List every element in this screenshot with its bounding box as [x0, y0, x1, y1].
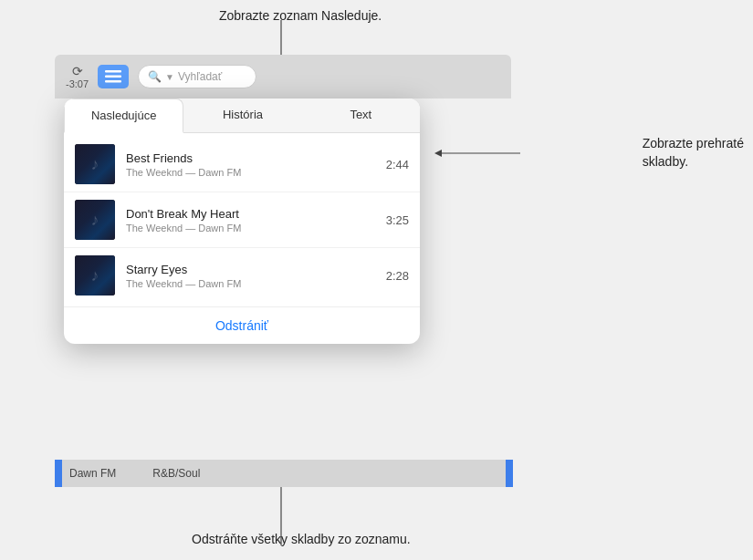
time-display: ⟳ -3:07	[66, 64, 89, 89]
accent-bar-left	[55, 460, 62, 487]
track-thumbnail	[75, 144, 115, 184]
track-title: Best Friends	[126, 151, 375, 165]
track-subtitle: The Weeknd — Dawn FM	[126, 278, 375, 289]
track-thumbnail	[75, 255, 115, 296]
accent-bar-right	[506, 460, 513, 487]
track-duration: 2:28	[386, 269, 409, 283]
track-info: Starry Eyes The Weeknd — Dawn FM	[126, 263, 375, 289]
track-item[interactable]: Best Friends The Weeknd — Dawn FM 2:44	[64, 137, 420, 192]
remove-button[interactable]: Odstrániť	[64, 306, 420, 344]
popup-panel: Nasledujúce História Text Best Friends T…	[64, 99, 420, 344]
track-subtitle: The Weeknd — Dawn FM	[126, 167, 375, 178]
svg-rect-7	[105, 76, 121, 78]
time-value: -3:07	[66, 78, 89, 89]
track-list: Best Friends The Weeknd — Dawn FM 2:44 D…	[64, 133, 420, 306]
svg-rect-6	[105, 70, 121, 73]
track-info: Don't Break My Heart The Weeknd — Dawn F…	[126, 207, 375, 233]
queue-icon	[105, 70, 121, 83]
track-thumbnail	[75, 200, 115, 240]
svg-rect-8	[105, 80, 121, 83]
toolbar: ⟳ -3:07 🔍 ▼ Vyhľadať	[55, 55, 511, 99]
track-title: Don't Break My Heart	[126, 207, 375, 221]
track-duration: 2:44	[386, 158, 409, 171]
tab-historia[interactable]: História	[183, 99, 301, 132]
track-item[interactable]: Starry Eyes The Weeknd — Dawn FM 2:28	[64, 248, 420, 303]
annotation-bottom: Odstráňte všetky skladby zo zoznamu.	[192, 531, 411, 549]
track-title: Starry Eyes	[126, 263, 375, 276]
search-placeholder: Vyhľadať	[178, 70, 222, 83]
bottom-bar: Dawn FM R&B/Soul	[55, 460, 511, 487]
annotation-top: Zobrazte zoznam Nasleduje.	[219, 7, 382, 26]
tab-nasledujuce[interactable]: Nasledujúce	[64, 99, 183, 133]
genre-label: R&B/Soul	[152, 467, 200, 480]
queue-button[interactable]	[98, 65, 129, 88]
album-label: Dawn FM	[69, 467, 116, 480]
repeat-icon: ⟳	[72, 64, 83, 78]
track-info: Best Friends The Weeknd — Dawn FM	[126, 151, 375, 178]
track-item[interactable]: Don't Break My Heart The Weeknd — Dawn F…	[64, 192, 420, 248]
search-box[interactable]: 🔍 ▼ Vyhľadať	[138, 65, 256, 88]
tab-text[interactable]: Text	[302, 99, 420, 132]
annotation-right: Zobrazte prehraté skladby.	[643, 135, 744, 171]
search-icon: 🔍	[148, 70, 162, 83]
track-subtitle: The Weeknd — Dawn FM	[126, 223, 375, 233]
search-chevron: ▼	[165, 72, 174, 82]
tabs-container: Nasledujúce História Text	[64, 99, 420, 133]
track-duration: 3:25	[386, 213, 409, 227]
